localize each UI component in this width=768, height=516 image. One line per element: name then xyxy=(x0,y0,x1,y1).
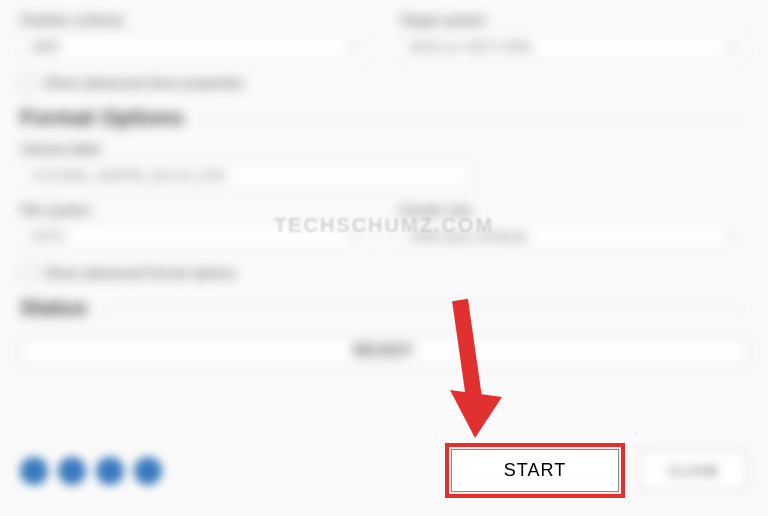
status-text: READY xyxy=(353,342,414,360)
volume-label-input[interactable]: CCCOMA_X64FRE_EN-US_DV9 xyxy=(20,161,471,190)
partition-scheme-dropdown[interactable]: MBR xyxy=(20,32,369,61)
volume-label-label: Volume label xyxy=(20,141,748,157)
show-format-opts-checkbox[interactable] xyxy=(20,265,36,281)
show-format-opts-label: Show advanced format options xyxy=(44,265,236,281)
status-bar: READY xyxy=(20,335,748,367)
cluster-size-dropdown[interactable]: 4096 bytes (Default) xyxy=(399,222,748,251)
format-options-heading: Format Options xyxy=(20,105,184,131)
file-system-value: NTFS xyxy=(31,229,65,244)
file-system-dropdown[interactable]: NTFS xyxy=(20,222,369,251)
show-drive-props-label: Show advanced drive properties xyxy=(44,75,244,91)
status-heading: Status xyxy=(20,295,87,321)
volume-label-value: CCCOMA_X64FRE_EN-US_DV9 xyxy=(31,168,225,183)
settings-icon[interactable] xyxy=(58,457,86,485)
log-icon[interactable] xyxy=(96,457,124,485)
divider xyxy=(196,118,748,119)
start-highlight: START xyxy=(445,443,625,498)
cluster-size-value: 4096 bytes (Default) xyxy=(410,229,527,244)
close-button[interactable]: CLOSE xyxy=(639,451,748,490)
start-button[interactable]: START xyxy=(451,449,619,492)
hash-icon[interactable] xyxy=(134,457,162,485)
divider xyxy=(99,308,748,309)
cluster-size-label: Cluster size xyxy=(399,202,748,218)
svg-marker-0 xyxy=(450,390,502,438)
partition-scheme-label: Partition scheme xyxy=(20,12,369,28)
partition-scheme-value: MBR xyxy=(31,39,60,54)
info-icon[interactable] xyxy=(20,457,48,485)
target-system-dropdown[interactable]: BIOS (or UEFI-CSM) xyxy=(399,32,748,61)
target-system-value: BIOS (or UEFI-CSM) xyxy=(410,39,531,54)
show-drive-props-checkbox[interactable] xyxy=(20,75,36,91)
file-system-label: File system xyxy=(20,202,369,218)
target-system-label: Target system xyxy=(399,12,748,28)
